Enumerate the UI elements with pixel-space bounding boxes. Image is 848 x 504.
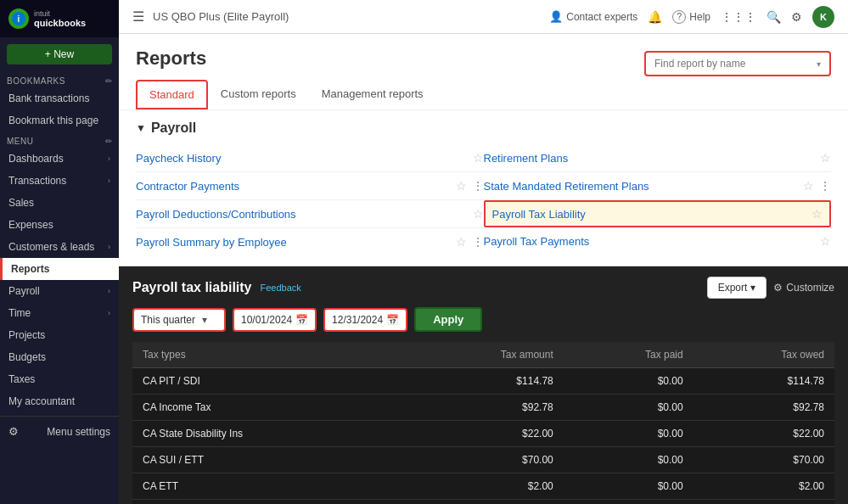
star-icon[interactable]: ☆ [473,207,484,221]
sidebar-item-budgets[interactable]: Budgets [0,346,119,368]
chevron-down-icon: ▼ [136,122,146,134]
sidebar-item-reports[interactable]: Reports [0,258,119,280]
cell-tax-amount: $68.00 [401,500,564,505]
logo-text: intuit quickbooks [34,9,86,28]
ptl-panel: Payroll tax liability Feedback Export ▾ … [119,266,848,504]
search-icon[interactable]: 🔍 [767,10,781,24]
paycheck-history-link[interactable]: Paycheck History [136,152,221,165]
cell-tax-type: CA State Disability Ins [132,421,401,447]
star-icon[interactable]: ☆ [820,151,831,165]
hamburger-icon[interactable]: ☰ [132,8,144,25]
list-item: Contractor Payments ☆ ⋮ [136,172,484,200]
col-tax-types: Tax types [132,342,401,368]
tab-custom-reports[interactable]: Custom reports [208,80,309,109]
apply-button[interactable]: Apply [414,307,482,332]
more-options-icon[interactable]: ⋮ [819,179,831,193]
sliders-icon: ⚙ [773,282,783,294]
cell-tax-paid: $0.00 [564,368,694,395]
sidebar-item-dashboards[interactable]: Dashboards › [0,148,119,170]
apps-grid-icon[interactable]: ⋮⋮⋮ [721,10,756,24]
sidebar-item-expenses[interactable]: Expenses [0,214,119,236]
payroll-deductions-link[interactable]: Payroll Deductions/Contributions [136,208,296,221]
ptl-table-header: Tax types Tax amount Tax paid Tax owed [132,342,834,368]
quarter-select[interactable]: This quarter ▾ [132,308,226,332]
sidebar-item-bookmark[interactable]: Bookmark this page [0,109,119,132]
ptl-actions: Export ▾ ⚙ Customize [707,277,834,299]
star-icon[interactable]: ☆ [820,234,831,248]
contractor-payments-link[interactable]: Contractor Payments [136,180,239,193]
sidebar-item-projects[interactable]: Projects [0,324,119,346]
table-header-row: Tax types Tax amount Tax paid Tax owed [132,342,834,368]
ptl-title: Payroll tax liability [132,280,252,295]
calendar-icon: 📅 [386,314,399,326]
row-actions: ☆ [473,207,484,221]
row-actions: ☆ [820,234,831,248]
payroll-group-title: Payroll [151,120,196,136]
cell-tax-owed: $92.78 [694,395,834,421]
tab-standard[interactable]: Standard [136,80,208,109]
sidebar-item-my-accountant[interactable]: My accountant [0,390,119,412]
page-title: Reports [136,48,206,70]
payroll-tax-payments-link[interactable]: Payroll Tax Payments [484,235,590,248]
list-item-highlighted: Payroll Tax Liability ☆ [484,200,832,227]
date-to-input[interactable]: 12/31/2024 📅 [323,308,407,332]
gear-settings-icon[interactable]: ⚙ [791,10,802,24]
sidebar-item-taxes[interactable]: Taxes [0,368,119,390]
customize-button[interactable]: ⚙ Customize [773,282,834,294]
cell-tax-amount: $70.00 [401,447,564,473]
bookmarks-section: BOOKMARKS ✏ [0,71,119,87]
state-mandated-link[interactable]: State Mandated Retirement Plans [484,180,649,193]
star-icon[interactable]: ☆ [803,179,814,193]
chevron-right-icon: › [108,176,110,185]
contact-experts-button[interactable]: 👤 Contact experts [549,10,637,23]
retirement-plans-link[interactable]: Retirement Plans [484,152,569,165]
chevron-down-icon: ▾ [202,314,207,326]
sidebar-item-transactions[interactable]: Transactions › [0,170,119,192]
bookmarks-edit-icon[interactable]: ✏ [105,76,113,86]
sidebar-item-payroll[interactable]: Payroll › [0,280,119,302]
sidebar-item-menu-settings[interactable]: ⚙ Menu settings [0,420,119,443]
chevron-right-icon: › [108,243,110,251]
search-report-input[interactable] [654,58,811,70]
star-icon[interactable]: ☆ [811,207,823,221]
search-report-input-container: ▾ [644,51,831,76]
payroll-group-header[interactable]: ▼ Payroll [136,120,831,136]
star-icon[interactable]: ☆ [473,151,484,165]
payroll-tax-liability-link[interactable]: Payroll Tax Liability [492,208,586,221]
star-icon[interactable]: ☆ [456,179,467,193]
list-item: Paycheck History ☆ [136,144,484,172]
topbar-left: ☰ US QBO Plus (Elite Payroll) [132,8,289,25]
ptl-feedback-link[interactable]: Feedback [261,283,301,293]
more-options-icon[interactable]: ⋮ [472,179,484,193]
menu-edit-icon[interactable]: ✏ [105,137,113,146]
payroll-list-section: ▼ Payroll Paycheck History ☆ Contractor … [119,110,848,266]
calendar-icon: 📅 [295,314,308,326]
help-button[interactable]: ? Help [672,10,710,24]
sidebar-item-bank-transactions[interactable]: Bank transactions [0,87,119,109]
reports-section: Reports ▾ Standard Custom reports Manage… [119,34,848,110]
payroll-summary-link[interactable]: Payroll Summary by Employee [136,236,287,249]
more-options-icon[interactable]: ⋮ [472,235,484,249]
ptl-filters: This quarter ▾ 10/01/2024 📅 12/31/2024 📅… [132,307,834,332]
topbar-right: 👤 Contact experts 🔔 ? Help ⋮⋮⋮ 🔍 ⚙ K [549,6,834,28]
export-button[interactable]: Export ▾ [707,277,767,299]
cell-tax-amount: $114.78 [401,368,564,395]
topbar-title: US QBO Plus (Elite Payroll) [153,10,289,23]
cell-tax-owed: $70.00 [694,447,834,473]
col-tax-amount: Tax amount [401,342,564,368]
sidebar-item-customers[interactable]: Customers & leads › [0,236,119,258]
new-button[interactable]: + New [7,44,112,64]
star-icon[interactable]: ☆ [456,235,467,249]
chevron-right-icon: › [108,287,110,295]
tab-management-reports[interactable]: Management reports [309,80,436,109]
list-item: Payroll Tax Payments ☆ [484,227,832,255]
sidebar-item-time[interactable]: Time › [0,302,119,324]
menu-section: MENU ✏ [0,132,119,148]
avatar[interactable]: K [812,6,834,28]
table-row: CA State Disability Ins $22.00 $0.00 $22… [132,421,834,447]
notifications-icon[interactable]: 🔔 [648,10,662,24]
date-from-input[interactable]: 10/01/2024 📅 [233,308,317,332]
row-actions: ☆ [473,151,484,165]
sidebar-item-sales[interactable]: Sales [0,192,119,214]
payroll-right-column: Retirement Plans ☆ State Mandated Retire… [484,144,832,255]
